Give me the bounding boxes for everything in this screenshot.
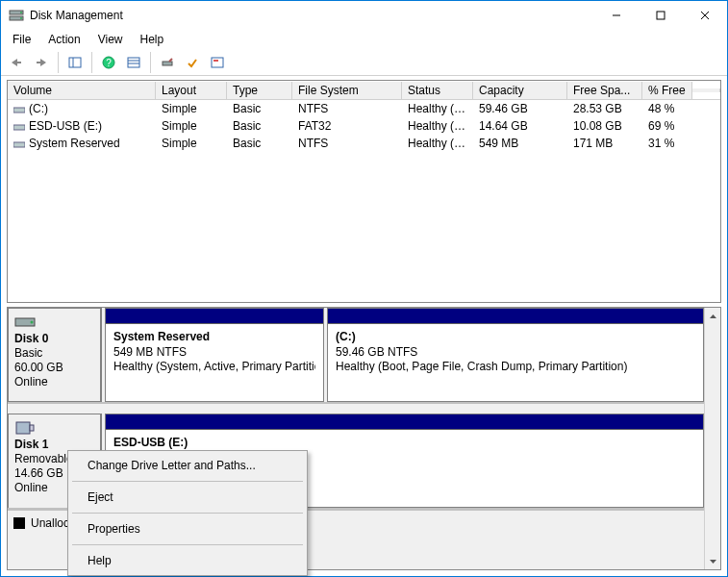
removable-disk-icon xyxy=(14,420,36,436)
cm-change-drive-letter[interactable]: Change Drive Letter and Paths... xyxy=(70,453,305,478)
disk-state: Online xyxy=(14,375,48,389)
svg-point-24 xyxy=(31,321,34,324)
svg-point-3 xyxy=(20,17,22,19)
col-type[interactable]: Type xyxy=(227,82,292,99)
volume-row[interactable]: System Reserved Simple Basic NTFS Health… xyxy=(8,135,720,152)
svg-rect-10 xyxy=(69,58,81,67)
svg-rect-20 xyxy=(13,108,25,113)
scroll-down-icon[interactable] xyxy=(705,553,720,569)
col-volume[interactable]: Volume xyxy=(8,82,156,99)
volume-list[interactable]: Volume Layout Type File System Status Ca… xyxy=(7,80,721,303)
partition-stripe xyxy=(106,309,323,324)
partition-stripe xyxy=(106,414,703,430)
menu-action[interactable]: Action xyxy=(40,31,88,48)
back-button[interactable] xyxy=(5,51,28,74)
svg-rect-22 xyxy=(13,142,25,147)
svg-rect-21 xyxy=(13,125,25,130)
svg-rect-17 xyxy=(163,62,172,65)
legend-label-unallocated: Unalloc xyxy=(31,516,69,530)
properties-button[interactable] xyxy=(206,51,229,74)
volume-row[interactable]: ESD-USB (E:) Simple Basic FAT32 Healthy … xyxy=(8,117,720,135)
menu-help[interactable]: Help xyxy=(133,31,172,48)
disk-size: 14.66 GB xyxy=(14,466,63,480)
toolbar-separator xyxy=(150,52,151,73)
svg-rect-19 xyxy=(213,60,218,62)
partition-status: Healthy (Boot, Page File, Crash Dump, Pr… xyxy=(336,360,627,373)
close-button[interactable] xyxy=(683,1,727,30)
menu-file[interactable]: File xyxy=(5,31,38,48)
disk-partitions: System Reserved 549 MB NTFS Healthy (Sys… xyxy=(102,308,704,402)
volume-row[interactable]: (C:) Simple Basic NTFS Healthy (B... 59.… xyxy=(8,100,720,117)
scroll-up-icon[interactable] xyxy=(705,308,720,324)
partition-title: ESD-USB (E:) xyxy=(113,436,188,449)
col-status[interactable]: Status xyxy=(402,82,473,99)
window-title: Disk Management xyxy=(30,9,594,22)
scroll-track[interactable] xyxy=(705,324,720,553)
disk-icon xyxy=(14,314,36,330)
maximize-button[interactable] xyxy=(639,1,683,30)
titlebar: Disk Management xyxy=(1,1,727,30)
col-capacity[interactable]: Capacity xyxy=(473,82,567,99)
drive-icon xyxy=(13,122,25,132)
disk-name: Disk 0 xyxy=(14,332,48,345)
app-icon xyxy=(9,8,24,23)
toolbar-separator xyxy=(58,52,59,73)
disk-label[interactable]: Disk 0 Basic 60.00 GB Online xyxy=(8,308,102,402)
partition-title: System Reserved xyxy=(113,330,210,343)
menu-view[interactable]: View xyxy=(90,31,131,48)
toolbar-separator xyxy=(91,52,92,73)
show-hide-console-tree-button[interactable] xyxy=(63,51,87,74)
action-button[interactable] xyxy=(181,51,204,74)
svg-rect-25 xyxy=(16,422,30,434)
context-menu-separator xyxy=(72,544,303,545)
partition-title: (C:) xyxy=(336,330,356,343)
settings-button[interactable] xyxy=(156,51,179,74)
svg-rect-26 xyxy=(30,425,34,431)
disk-name: Disk 1 xyxy=(14,438,48,451)
svg-rect-18 xyxy=(212,58,223,67)
context-menu-separator xyxy=(72,481,303,482)
disk-state: Online xyxy=(14,481,48,494)
col-layout[interactable]: Layout xyxy=(156,82,227,99)
volume-list-body: (C:) Simple Basic NTFS Healthy (B... 59.… xyxy=(8,100,720,302)
partition-stripe xyxy=(328,309,703,324)
disk-spacer xyxy=(8,404,704,414)
vertical-scrollbar[interactable] xyxy=(704,308,720,569)
drive-icon xyxy=(13,105,25,114)
svg-rect-14 xyxy=(128,58,139,67)
disk-size: 60.00 GB xyxy=(14,361,63,374)
disk-kind: Basic xyxy=(14,346,42,360)
cm-properties[interactable]: Properties xyxy=(70,516,305,541)
partition-c[interactable]: (C:) 59.46 GB NTFS Healthy (Boot, Page F… xyxy=(327,308,704,402)
volume-name: System Reserved xyxy=(29,137,120,150)
volume-name: (C:) xyxy=(29,102,48,115)
volume-name: ESD-USB (E:) xyxy=(29,119,102,133)
partition-size: 59.46 GB NTFS xyxy=(336,345,417,359)
cm-eject[interactable]: Eject xyxy=(70,485,305,510)
disk-kind: Removable xyxy=(14,452,73,465)
partition-size: 549 MB NTFS xyxy=(113,345,187,359)
forward-button[interactable] xyxy=(30,51,53,74)
col-freespace[interactable]: Free Spa... xyxy=(567,82,642,99)
svg-text:?: ? xyxy=(106,58,112,68)
window-controls xyxy=(594,1,727,30)
partition-status: Healthy (System, Active, Primary Partiti… xyxy=(113,360,315,375)
help-button[interactable]: ? xyxy=(97,51,120,74)
minimize-button[interactable] xyxy=(594,1,639,30)
disk-row-disk0[interactable]: Disk 0 Basic 60.00 GB Online System Rese… xyxy=(8,308,704,404)
partition-system-reserved[interactable]: System Reserved 549 MB NTFS Healthy (Sys… xyxy=(105,308,324,402)
drive-icon xyxy=(13,139,25,149)
refresh-button[interactable] xyxy=(122,51,145,74)
svg-rect-9 xyxy=(37,62,40,63)
menubar: File Action View Help xyxy=(1,30,727,49)
svg-point-2 xyxy=(20,12,22,13)
legend-swatch-unallocated xyxy=(13,517,25,529)
col-filesystem[interactable]: File System xyxy=(292,82,402,99)
context-menu: Change Drive Letter and Paths... Eject P… xyxy=(67,450,308,576)
toolbar: ? xyxy=(1,49,727,76)
cm-help[interactable]: Help xyxy=(70,548,305,573)
col-pctfree[interactable]: % Free xyxy=(642,82,692,99)
volume-list-header: Volume Layout Type File System Status Ca… xyxy=(8,81,720,100)
col-extra[interactable] xyxy=(692,88,720,92)
svg-rect-8 xyxy=(17,62,21,63)
